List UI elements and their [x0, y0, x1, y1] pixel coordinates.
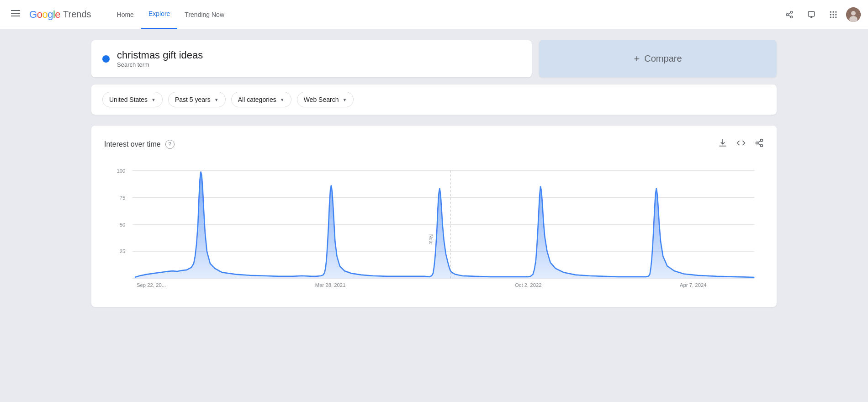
nav-trending-now[interactable]: Trending Now: [177, 0, 232, 29]
svg-point-14: [830, 14, 831, 15]
search-type-filter[interactable]: Web Search ▼: [297, 92, 354, 107]
search-type-filter-label: Web Search: [304, 96, 339, 103]
svg-point-12: [832, 11, 834, 12]
google-wordmark: Google: [29, 9, 60, 21]
y-label-100: 100: [117, 168, 126, 174]
svg-point-4: [786, 13, 789, 16]
search-compare-row: christmas gift ideas Search term + Compa…: [91, 40, 777, 77]
chart-svg: 100 75 50 25 Note: [104, 161, 764, 298]
time-filter-arrow: ▼: [214, 97, 219, 102]
chart-title: Interest over time: [104, 140, 161, 148]
search-card: christmas gift ideas Search term: [91, 40, 532, 77]
header-left: Google Trends: [7, 5, 91, 24]
time-filter[interactable]: Past 5 years ▼: [168, 92, 226, 107]
category-filter[interactable]: All categories ▼: [231, 92, 291, 107]
hamburger-menu-icon[interactable]: [7, 5, 24, 24]
nav-explore[interactable]: Explore: [141, 0, 177, 29]
y-label-25: 25: [120, 249, 126, 254]
svg-point-15: [832, 14, 834, 15]
x-label-date1: Sep 22, 20...: [137, 282, 166, 288]
apps-button[interactable]: [824, 5, 842, 24]
svg-point-16: [835, 14, 836, 15]
chart-actions: [718, 138, 764, 150]
chart-area-fill: [132, 172, 754, 279]
header: Google Trends Home Explore Trending Now: [0, 0, 868, 29]
svg-rect-1: [11, 13, 20, 14]
trends-wordmark: Trends: [63, 9, 91, 20]
svg-point-17: [830, 16, 831, 18]
svg-line-7: [788, 12, 790, 14]
svg-rect-2: [11, 16, 20, 16]
compare-card[interactable]: + Compare: [539, 40, 777, 77]
svg-rect-8: [808, 11, 815, 16]
embed-chart-button[interactable]: [736, 138, 746, 150]
share-chart-button[interactable]: [755, 138, 764, 150]
svg-line-6: [788, 15, 790, 16]
chart-note-label: Note: [429, 234, 434, 245]
svg-point-3: [790, 11, 793, 13]
logo: Google Trends: [29, 9, 91, 21]
svg-line-27: [758, 141, 761, 142]
search-type-label: Search term: [117, 61, 203, 68]
svg-point-5: [790, 16, 793, 18]
category-filter-label: All categories: [238, 96, 276, 103]
filters-card: United States ▼ Past 5 years ▼ All categ…: [91, 85, 777, 115]
svg-point-19: [835, 16, 836, 18]
compare-plus-icon: +: [634, 53, 640, 65]
svg-point-24: [756, 142, 758, 144]
y-label-75: 75: [120, 195, 126, 200]
svg-rect-0: [11, 10, 20, 11]
main-nav: Home Explore Trending Now: [110, 0, 232, 29]
svg-point-11: [830, 11, 831, 12]
time-filter-label: Past 5 years: [175, 96, 211, 103]
category-filter-arrow: ▼: [280, 97, 285, 102]
y-label-50: 50: [120, 222, 126, 227]
search-type-filter-arrow: ▼: [342, 97, 347, 102]
location-filter-arrow: ▼: [151, 97, 156, 102]
svg-point-13: [835, 11, 836, 12]
chart-card: Interest over time ?: [91, 126, 777, 307]
user-avatar[interactable]: [846, 7, 861, 22]
main-content: christmas gift ideas Search term + Compa…: [0, 29, 868, 318]
svg-point-18: [832, 16, 834, 18]
chart-header: Interest over time ?: [104, 138, 764, 150]
header-right: [780, 5, 861, 24]
chart-title-area: Interest over time ?: [104, 140, 175, 149]
feedback-button[interactable]: [802, 5, 820, 24]
download-chart-button[interactable]: [718, 138, 727, 150]
location-filter-label: United States: [109, 96, 148, 103]
nav-home[interactable]: Home: [110, 0, 141, 29]
share-button[interactable]: [780, 5, 799, 24]
compare-label: Compare: [644, 53, 682, 64]
search-text-area: christmas gift ideas Search term: [117, 49, 203, 68]
svg-line-26: [758, 143, 761, 145]
x-label-date3: Oct 2, 2022: [515, 282, 542, 288]
svg-point-25: [761, 144, 763, 147]
svg-point-21: [851, 11, 856, 16]
interest-over-time-chart: 100 75 50 25 Note: [104, 161, 764, 298]
help-icon[interactable]: ?: [165, 140, 175, 149]
location-filter[interactable]: United States ▼: [102, 92, 163, 107]
search-term: christmas gift ideas: [117, 49, 203, 61]
search-indicator-dot: [102, 55, 110, 63]
svg-point-23: [761, 139, 763, 142]
x-label-date2: Mar 28, 2021: [315, 282, 346, 288]
x-label-date4: Apr 7, 2024: [680, 282, 707, 288]
